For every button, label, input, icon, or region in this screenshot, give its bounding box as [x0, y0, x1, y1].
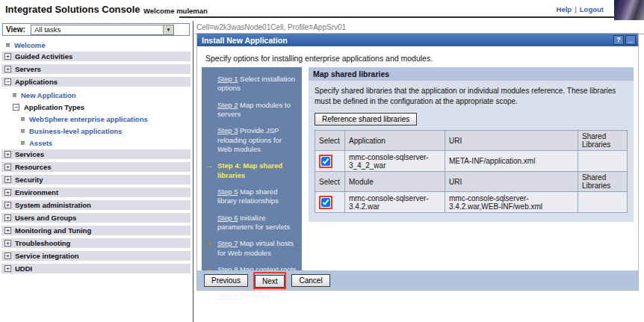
step-5-link[interactable]: Step 5 [217, 188, 238, 196]
expand-icon[interactable]: + [4, 227, 11, 234]
panel-help-button[interactable]: ? [613, 35, 624, 45]
shared-libraries-table: Select Application URI Shared Libraries … [315, 130, 628, 213]
expand-icon[interactable]: + [4, 66, 11, 72]
sidebar-section-users-and-groups[interactable]: + Users and Groups [1, 213, 191, 223]
col-shared-libraries: Shared Libraries [578, 131, 628, 151]
expand-icon[interactable]: + [4, 53, 11, 60]
sidebar-item-application-types[interactable]: − Application Types [0, 102, 192, 114]
sidebar-item-business-level-applications[interactable]: Business-level applications [0, 126, 192, 137]
view-select[interactable]: All tasks ▼ [31, 25, 174, 35]
sidebar-item-websphere-enterprise-applications[interactable]: WebSphere enterprise applications [0, 114, 192, 126]
header-divider [179, 16, 644, 18]
welcome-link[interactable]: Welcome [14, 41, 46, 49]
expand-icon[interactable]: + [4, 265, 11, 272]
sidebar-section-resources[interactable]: + Resources [1, 162, 191, 172]
application-name-cell: mmc-console-sqlserver-3_4_2_war [345, 151, 445, 172]
wizard-step-5: Step 5 Map shared library relationships [217, 188, 297, 206]
bullet-icon [21, 141, 25, 145]
sidebar-item-welcome[interactable]: Welcome [0, 40, 192, 52]
business-level-applications-link[interactable]: Business-level applications [29, 127, 123, 135]
app-title: Integrated Solutions Console [5, 4, 140, 15]
logout-link[interactable]: Logout [580, 5, 604, 13]
expand-icon[interactable]: + [4, 189, 11, 196]
module-select-checkbox[interactable] [321, 198, 330, 207]
wizard-step-1: Step 1 Select installation options [217, 75, 297, 93]
help-link[interactable]: Help [557, 5, 572, 13]
sidebar-section-security[interactable]: + Security [1, 175, 191, 185]
app-header: Integrated Solutions Console Welcome mul… [0, 0, 644, 20]
assets-link[interactable]: Assets [29, 139, 52, 147]
new-application-link[interactable]: New Application [21, 91, 76, 99]
wizard-step-9: Step 9 Summary [217, 291, 297, 300]
col-application: Application [345, 131, 445, 151]
content-heading: Map shared libraries [309, 67, 634, 81]
header-separator: | [575, 5, 577, 13]
sidebar-section-services[interactable]: + Services [1, 149, 191, 159]
sidebar-section-uddi[interactable]: + UDDI [1, 264, 191, 273]
sidebar-section-monitoring-and-tuning[interactable]: + Monitoring and Tuning [1, 226, 191, 235]
integrated-solutions-console: Integrated Solutions Console Welcome mul… [0, 0, 644, 322]
sidebar-item-assets[interactable]: Assets [0, 137, 192, 149]
wizard-panel: Install New Application ? _ Specify opti… [196, 33, 639, 291]
application-select-checkbox[interactable] [321, 157, 330, 166]
expand-icon[interactable]: + [4, 164, 11, 170]
panel-minimize-button[interactable]: _ [625, 35, 636, 45]
col-module: Module [345, 172, 445, 192]
view-label: View: [6, 25, 25, 34]
application-table-row: mmc-console-sqlserver-3_4_2_war META-INF… [315, 151, 628, 172]
col-shared-libraries: Shared Libraries [578, 172, 628, 192]
application-header-row: Select Application URI Shared Libraries [315, 131, 628, 151]
expand-icon[interactable]: + [4, 240, 11, 247]
sidebar-item-new-application[interactable]: New Application [0, 90, 192, 102]
step-7-link[interactable]: Step 7 [217, 239, 238, 247]
applications-subtree: New Application − Application Types WebS… [0, 90, 192, 149]
sidebar-section-service-integration[interactable]: + Service integration [1, 251, 191, 261]
sidebar-section-environment[interactable]: + Environment [1, 188, 191, 197]
col-select: Select [315, 131, 345, 151]
module-header-row: Select Module URI Shared Libraries [315, 172, 628, 192]
col-select: Select [315, 172, 345, 192]
module-select-cell [315, 192, 345, 213]
module-uri-cell: mmc-console-sqlserver-3.4.2.war,WEB-INF/… [445, 192, 578, 213]
dropdown-arrow-icon[interactable]: ▼ [163, 25, 173, 34]
step-2-link[interactable]: Step 2 [217, 101, 238, 109]
reference-shared-libraries-button[interactable]: Reference shared libraries [315, 113, 417, 126]
expand-icon[interactable]: + [4, 176, 11, 183]
expand-icon[interactable]: + [4, 202, 11, 208]
annotation-highlight [319, 196, 332, 209]
sidebar-section-applications[interactable]: − Applications [1, 77, 191, 87]
wizard-step-7: ✦ Step 7 Map virtual hosts for Web modul… [217, 239, 297, 258]
module-shared-cell [578, 192, 628, 213]
websphere-enterprise-applications-link[interactable]: WebSphere enterprise applications [29, 115, 148, 123]
sidebar-section-troubleshooting[interactable]: + Troubleshooting [1, 238, 191, 248]
cancel-button[interactable]: Cancel [291, 274, 329, 287]
step-6-link[interactable]: Step 6 [217, 214, 238, 222]
next-button[interactable]: Next [255, 275, 285, 288]
step-1-link[interactable]: Step 1 [217, 75, 238, 83]
application-shared-cell [578, 151, 628, 172]
view-select-value: All tasks [34, 25, 61, 34]
main-area: Cell=w2k3wasNode01Cell, Profile=AppSrv01… [194, 21, 644, 322]
collapse-icon[interactable]: − [4, 78, 11, 85]
wizard-footer: Previous Next Cancel [197, 270, 638, 290]
step-3-link[interactable]: Step 3 [217, 126, 238, 134]
bullet-icon [13, 93, 16, 97]
wizard-step-2: Step 2 Map modules to servers [217, 101, 297, 120]
step-9-link[interactable]: Step 9 [217, 291, 238, 300]
bullet-icon [21, 117, 25, 121]
reference-button-row: Reference shared libraries [309, 108, 634, 130]
application-select-cell [315, 151, 345, 172]
expand-icon[interactable]: + [4, 214, 11, 221]
sidebar-section-guided-activities[interactable]: + Guided Activities [1, 52, 191, 61]
sidebar-section-servers[interactable]: + Servers [1, 64, 191, 74]
expand-icon[interactable]: + [4, 151, 11, 158]
col-uri: URI [445, 172, 578, 192]
sidebar-section-system-administration[interactable]: + System administration [1, 200, 191, 210]
expand-icon[interactable]: + [4, 253, 11, 259]
collapse-icon[interactable]: − [13, 104, 19, 111]
wizard-body: Step 1 Select installation options Step … [197, 67, 638, 270]
wizard-title: Install New Application [202, 36, 288, 45]
step-content: Map shared libraries Specify shared libr… [309, 67, 634, 222]
module-table-row: mmc-console-sqlserver-3.4.2.war mmc-cons… [315, 192, 628, 213]
previous-button[interactable]: Previous [204, 274, 248, 287]
